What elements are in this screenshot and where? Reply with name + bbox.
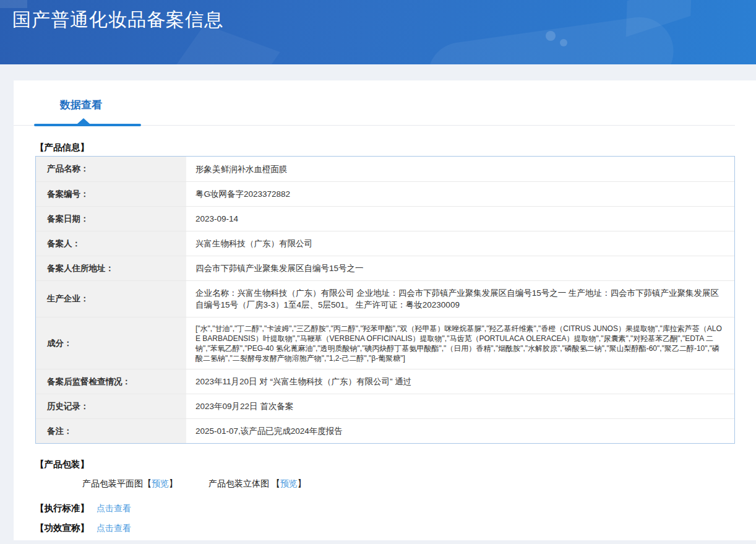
efficacy-claim-view-link[interactable]: 点击查看	[97, 523, 131, 533]
row-value: 2025-01-07,该产品已完成2024年度报告	[188, 419, 734, 443]
packaging-stereo-preview-link[interactable]: 预览	[280, 478, 298, 488]
table-row: 备案人住所地址： 四会市下茆镇产业聚集发展区自编号15号之一	[36, 256, 734, 280]
bracket-close: 】	[298, 478, 306, 488]
row-label: 备案日期：	[36, 207, 188, 231]
row-value: 四会市下茆镇产业聚集发展区自编号15号之一	[188, 256, 734, 280]
section-title-efficacy-claim: 【功效宣称】	[35, 523, 89, 533]
row-label: 备案人住所地址：	[36, 256, 188, 280]
banner-decoration-dot	[560, 39, 567, 46]
row-value: 企业名称：兴富生物科技（广东）有限公司 企业地址：四会市下茆镇产业聚集发展区自编…	[188, 281, 734, 317]
row-label: 历史记录：	[36, 394, 188, 418]
main-content: 【产品信息】 产品名称： 形象美鲜润补水血橙面膜 备案编号： 粤G妆网备字202…	[14, 142, 756, 534]
row-label: 备案编号：	[36, 182, 188, 206]
table-row: 备案人： 兴富生物科技（广东）有限公司	[36, 231, 734, 256]
bracket-open: 【	[272, 478, 280, 488]
banner-decoration-dot	[546, 31, 556, 41]
packaging-stereo-label: 产品包装立体图	[208, 478, 272, 488]
bracket-close: 】	[169, 478, 178, 488]
tab-data-view[interactable]: 数据查看	[60, 98, 102, 112]
row-label: 备案后监督检查情况：	[36, 369, 188, 394]
table-row-ingredients: 成分： ["水","甘油","丁二醇","卡波姆","三乙醇胺","丙二醇","…	[36, 317, 734, 369]
section-title-exec-standard: 【执行标准】	[35, 503, 89, 513]
packaging-flat-label: 产品包装平面图	[82, 478, 143, 488]
tab-caret-icon	[77, 118, 90, 124]
tab-bar: 数据查看	[14, 80, 735, 126]
table-row: 备案后监督检查情况： 2023年11月20日 对 “兴富生物科技（广东）有限公司…	[36, 369, 734, 394]
row-value: 2023年11月20日 对 “兴富生物科技（广东）有限公司” 通过	[188, 369, 734, 394]
table-row: 历史记录： 2023年09月22日 首次备案	[36, 394, 734, 418]
packaging-links-row: 产品包装平面图【预览】 产品包装立体图 【预览】	[82, 478, 735, 490]
row-value: 2023-09-14	[188, 207, 734, 231]
table-row: 备注： 2025-01-07,该产品已完成2024年度报告	[36, 418, 734, 443]
page-title: 国产普通化妆品备案信息	[12, 7, 223, 33]
table-row: 生产企业： 企业名称：兴富生物科技（广东）有限公司 企业地址：四会市下茆镇产业聚…	[36, 280, 734, 317]
table-row: 备案日期： 2023-09-14	[36, 206, 734, 231]
row-value: 2023年09月22日 首次备案	[188, 394, 734, 418]
table-row: 产品名称： 形象美鲜润补水血橙面膜	[36, 157, 734, 181]
row-value: 形象美鲜润补水血橙面膜	[188, 157, 734, 181]
page-header-banner: 国产普通化妆品备案信息	[0, 0, 756, 64]
content-card: 数据查看 【产品信息】 产品名称： 形象美鲜润补水血橙面膜 备案编号： 粤G妆网…	[14, 80, 756, 540]
section-title-product-info: 【产品信息】	[35, 142, 735, 153]
tab-active-underline	[34, 124, 141, 126]
bracket-open: 【	[143, 478, 152, 488]
efficacy-claim-row: 【功效宣称】 点击查看	[35, 522, 735, 534]
packaging-flat-preview-link[interactable]: 预览	[152, 478, 169, 488]
row-label: 备注：	[36, 419, 188, 443]
row-value: 兴富生物科技（广东）有限公司	[188, 231, 734, 256]
section-title-product-package: 【产品包装】	[35, 459, 735, 470]
table-row: 备案编号： 粤G妆网备字2023372882	[36, 181, 734, 206]
row-label: 成分：	[36, 317, 188, 369]
product-info-table: 产品名称： 形象美鲜润补水血橙面膜 备案编号： 粤G妆网备字2023372882…	[35, 156, 735, 444]
packaging-flat-item: 产品包装平面图【预览】	[82, 478, 178, 490]
row-value: 粤G妆网备字2023372882	[188, 182, 734, 206]
row-value: ["水","甘油","丁二醇","卡波姆","三乙醇胺","丙二醇","羟苯甲酯…	[188, 317, 734, 369]
exec-standard-view-link[interactable]: 点击查看	[97, 503, 131, 513]
exec-standard-row: 【执行标准】 点击查看	[35, 503, 735, 514]
row-label: 生产企业：	[36, 281, 188, 317]
row-label: 备案人：	[36, 231, 188, 256]
row-label: 产品名称：	[36, 157, 188, 181]
packaging-stereo-item: 产品包装立体图 【预览】	[208, 478, 306, 490]
